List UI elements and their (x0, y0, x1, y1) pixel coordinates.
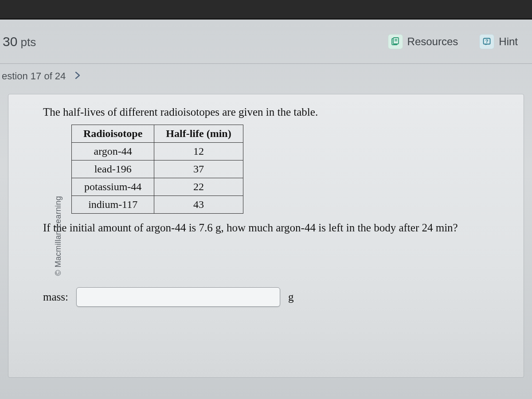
hint-icon: ? (479, 34, 494, 49)
table-row: indium-117 43 (72, 196, 243, 214)
question-card: © Macmillan Learning The half-lives of d… (8, 94, 524, 378)
question-nav: estion 17 of 24 (0, 64, 532, 89)
table-cell: potassium-44 (72, 178, 154, 196)
resources-label: Resources (407, 35, 458, 48)
table-cell: indium-117 (72, 196, 154, 214)
copyright-text: © Macmillan Learning (54, 196, 63, 276)
table-cell: 12 (154, 143, 243, 160)
question-text: If the initial amount of argon-44 is 7.6… (43, 222, 511, 234)
resources-icon (388, 34, 403, 49)
question-counter: estion 17 of 24 (2, 70, 66, 82)
hint-label: Hint (499, 35, 518, 48)
top-bar: 30 pts Resources ? (0, 20, 532, 64)
table-row: potassium-44 22 (72, 178, 243, 196)
table-cell: 37 (154, 160, 243, 178)
table-header-row: Radioisotope Half-life (min) (72, 125, 243, 143)
points-number: 30 (3, 34, 17, 49)
table-row: lead-196 37 (72, 160, 243, 178)
table-cell: 22 (154, 178, 243, 196)
halflife-table: Radioisotope Half-life (min) argon-44 12… (71, 125, 243, 214)
table-cell: lead-196 (72, 160, 154, 178)
app-screen: 30 pts Resources ? (0, 19, 532, 399)
points-unit: pts (21, 35, 36, 49)
answer-row: mass: g (43, 287, 511, 307)
table-header: Radioisotope (72, 125, 154, 143)
answer-label: mass: (43, 291, 68, 303)
next-question-button[interactable] (72, 69, 83, 84)
hint-button[interactable]: ? Hint (475, 31, 522, 52)
svg-text:?: ? (485, 38, 489, 43)
table-cell: argon-44 (72, 143, 154, 160)
table-header: Half-life (min) (154, 125, 243, 143)
table-row: argon-44 12 (72, 143, 243, 160)
resources-button[interactable]: Resources (383, 31, 463, 52)
chevron-right-icon (74, 71, 81, 79)
question-intro: The half-lives of different radioisotope… (43, 106, 511, 118)
points-display: 30 pts (3, 34, 36, 49)
mass-input[interactable] (76, 287, 280, 307)
table-cell: 43 (154, 196, 243, 214)
answer-unit: g (288, 291, 294, 303)
